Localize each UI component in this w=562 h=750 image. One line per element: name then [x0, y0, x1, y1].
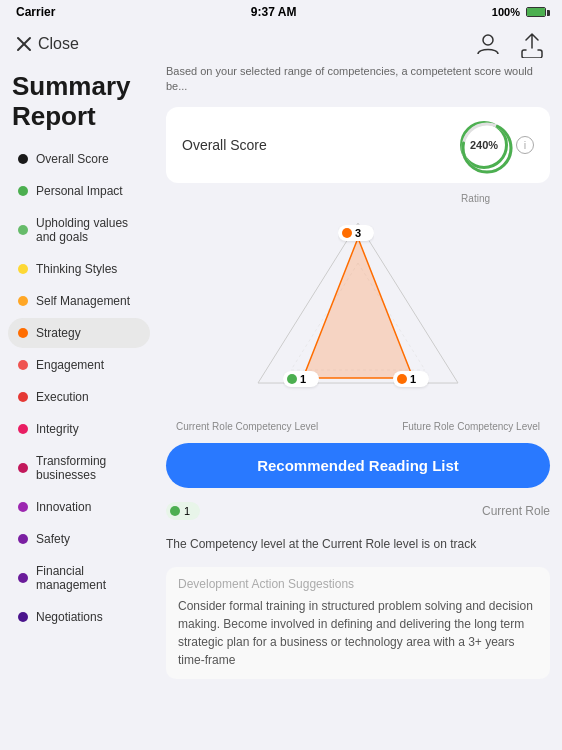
sidebar-dot-13: [18, 612, 28, 622]
sidebar-item-9[interactable]: Transforming businesses: [8, 446, 150, 490]
status-badge-value: 1: [184, 505, 190, 517]
main-content: SummaryReport Overall ScorePersonal Impa…: [0, 64, 562, 750]
sidebar-label-4: Self Management: [36, 294, 130, 308]
sidebar-label-8: Integrity: [36, 422, 79, 436]
sidebar-dot-5: [18, 328, 28, 338]
carrier-label: Carrier: [16, 5, 55, 19]
sidebar-label-1: Personal Impact: [36, 184, 123, 198]
radar-chart: 3 1 1: [198, 203, 518, 423]
sidebar-item-13[interactable]: Negotiations: [8, 602, 150, 632]
sidebar-item-10[interactable]: Innovation: [8, 492, 150, 522]
close-button[interactable]: Close: [16, 35, 79, 53]
sidebar-label-5: Strategy: [36, 326, 81, 340]
sidebar-dot-10: [18, 502, 28, 512]
score-card: Overall Score 240% i: [166, 107, 550, 183]
sidebar-label-12: Financial management: [36, 564, 140, 592]
svg-point-2: [483, 35, 493, 45]
status-badge: 1: [166, 502, 200, 520]
sidebar-dot-4: [18, 296, 28, 306]
recommended-reading-button[interactable]: Recommended Reading List: [166, 443, 550, 488]
sidebar-label-13: Negotiations: [36, 610, 103, 624]
sidebar-label-2: Upholding values and goals: [36, 216, 140, 244]
sidebar-label-7: Execution: [36, 390, 89, 404]
share-icon[interactable]: [518, 30, 546, 58]
sidebar-dot-9: [18, 463, 28, 473]
sidebar-label-11: Safety: [36, 532, 70, 546]
chart-container: Rating: [166, 193, 550, 433]
close-icon: [16, 36, 32, 52]
sidebar-label-3: Thinking Styles: [36, 262, 117, 276]
battery-icon: [526, 7, 546, 17]
sidebar-dot-6: [18, 360, 28, 370]
sidebar-item-6[interactable]: Engagement: [8, 350, 150, 380]
sidebar-item-1[interactable]: Personal Impact: [8, 176, 150, 206]
time-label: 9:37 AM: [251, 5, 297, 19]
sidebar-dot-2: [18, 225, 28, 235]
svg-marker-11: [303, 238, 413, 378]
sidebar-item-5[interactable]: Strategy: [8, 318, 150, 348]
status-row: 1 Current Role: [166, 498, 550, 524]
sidebar-item-12[interactable]: Financial management: [8, 556, 150, 600]
current-role-label: Current Role: [482, 504, 550, 518]
sidebar-dot-11: [18, 534, 28, 544]
sidebar-item-2[interactable]: Upholding values and goals: [8, 208, 150, 252]
score-circle: 240%: [460, 121, 508, 169]
subtitle-text: Based on your selected range of competen…: [166, 64, 550, 95]
sidebar-label-10: Innovation: [36, 500, 91, 514]
info-icon[interactable]: i: [516, 136, 534, 154]
sidebar-item-3[interactable]: Thinking Styles: [8, 254, 150, 284]
status-dot: [170, 506, 180, 516]
score-value: 240%: [470, 139, 498, 151]
top-nav: Close: [0, 24, 562, 64]
sidebar-dot-1: [18, 186, 28, 196]
sidebar-label-6: Engagement: [36, 358, 104, 372]
status-text: The Competency level at the Current Role…: [166, 534, 550, 555]
profile-icon[interactable]: [474, 30, 502, 58]
sidebar-dot-8: [18, 424, 28, 434]
right-panel: Based on your selected range of competen…: [158, 64, 562, 750]
sidebar-item-11[interactable]: Safety: [8, 524, 150, 554]
sidebar-item-0[interactable]: Overall Score: [8, 144, 150, 174]
page-title: SummaryReport: [8, 72, 150, 144]
app-container: Close SummaryReport Overall ScorePersona…: [0, 24, 562, 750]
sidebar-item-7[interactable]: Execution: [8, 382, 150, 412]
dev-action-title: Development Action Suggestions: [178, 577, 538, 591]
nav-icons: [474, 30, 546, 58]
sidebar: SummaryReport Overall ScorePersonal Impa…: [0, 64, 158, 750]
sidebar-label-9: Transforming businesses: [36, 454, 140, 482]
score-circle-wrap: 240% i: [460, 121, 534, 169]
sidebar-dot-12: [18, 573, 28, 583]
sidebar-label-0: Overall Score: [36, 152, 109, 166]
sidebar-dot-0: [18, 154, 28, 164]
chart-label-bottom-right: Future Role Competency Level: [402, 420, 540, 433]
dev-action-section: Development Action Suggestions Consider …: [166, 567, 550, 679]
dev-action-text: Consider formal training in structured p…: [178, 597, 538, 669]
status-bar: Carrier 9:37 AM 100%: [0, 0, 562, 24]
status-right: 100%: [492, 6, 546, 18]
chart-label-bottom-left: Current Role Competency Level: [176, 420, 318, 433]
close-label: Close: [38, 35, 79, 53]
battery-label: 100%: [492, 6, 520, 18]
sidebar-item-4[interactable]: Self Management: [8, 286, 150, 316]
chart-rating-label: Rating: [461, 193, 490, 204]
sidebar-item-8[interactable]: Integrity: [8, 414, 150, 444]
score-label: Overall Score: [182, 137, 267, 153]
sidebar-dot-3: [18, 264, 28, 274]
sidebar-dot-7: [18, 392, 28, 402]
